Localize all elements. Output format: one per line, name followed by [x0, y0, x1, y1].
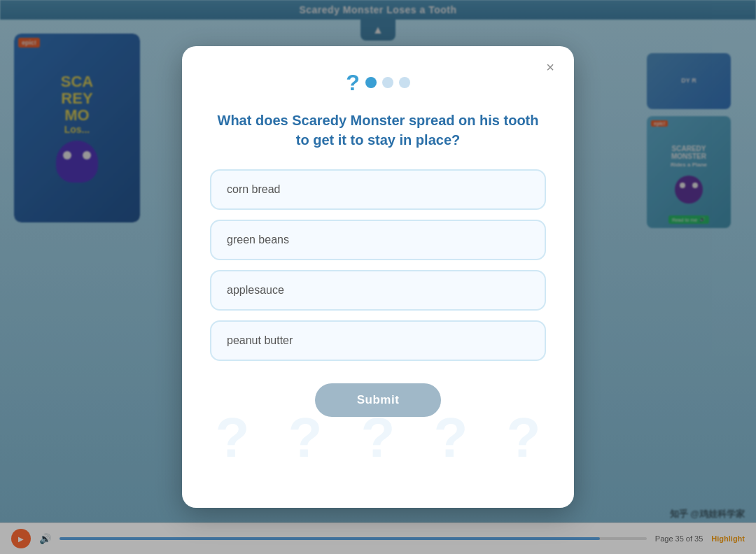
deco-q-4: ?	[434, 410, 468, 466]
question-text: What does Scaredy Monster spread on his …	[210, 111, 546, 150]
deco-question-marks: ? ? ? ? ?	[182, 410, 574, 466]
progress-dot-3	[399, 77, 410, 88]
deco-q-2: ?	[288, 410, 323, 466]
progress-dot-1	[365, 77, 377, 88]
submit-button[interactable]: Submit	[315, 383, 442, 417]
quiz-modal: × ? ? ? ? ? ? What does Scaredy Monster …	[182, 46, 574, 508]
answer-option-4[interactable]: peanut butter	[210, 320, 546, 361]
modal-overlay: × ? ? ? ? ? ? What does Scaredy Monster …	[0, 0, 756, 554]
answer-option-3[interactable]: applesauce	[210, 270, 546, 311]
deco-q-1: ?	[216, 410, 250, 466]
close-button[interactable]: ×	[540, 57, 560, 77]
progress-question-mark: ?	[346, 71, 360, 94]
deco-q-3: ?	[361, 410, 396, 466]
progress-dot-2	[382, 77, 393, 88]
progress-indicator: ?	[346, 71, 410, 94]
answer-option-1[interactable]: corn bread	[210, 169, 546, 210]
answers-list: corn bread green beans applesauce peanut…	[210, 169, 546, 361]
answer-option-2[interactable]: green beans	[210, 220, 546, 260]
deco-q-5: ?	[507, 410, 541, 466]
